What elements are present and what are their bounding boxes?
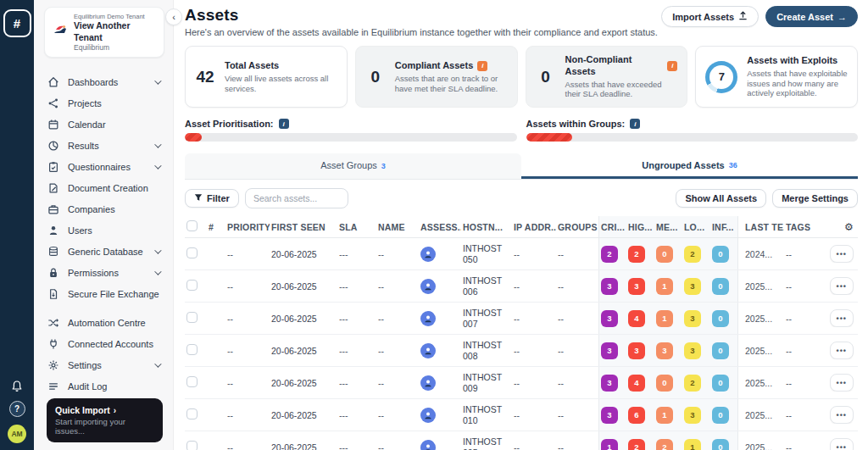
row-actions-button[interactable]: ••• (830, 245, 854, 263)
help-icon[interactable]: ? (9, 401, 25, 417)
sidebar-nav-item[interactable]: Calendar (47, 114, 173, 135)
select-all-checkbox[interactable] (186, 220, 198, 231)
hostname-cell: INTHOST 008 (461, 340, 512, 362)
tenant-name: Equilibrium Demo Tenant (74, 13, 157, 20)
column-header[interactable]: # (207, 222, 225, 232)
select-row-checkbox[interactable] (186, 280, 198, 291)
row-actions-button[interactable]: ••• (830, 309, 854, 327)
column-settings-gear-icon[interactable]: ⚙ (821, 221, 855, 233)
search-input[interactable] (245, 188, 348, 208)
sla-cell: --- (337, 378, 376, 388)
column-header[interactable]: ASSESS... (419, 222, 461, 232)
row-actions-button[interactable]: ••• (830, 277, 854, 295)
select-row-checkbox[interactable] (186, 344, 198, 355)
sidebar-nav-item[interactable]: Dashboards (47, 71, 173, 92)
sidebar-nav-label: Companies (68, 204, 115, 214)
create-asset-label: Create Asset (776, 12, 833, 22)
row-actions-button[interactable]: ••• (830, 406, 854, 424)
tenant-product: Equilibrium (74, 43, 157, 53)
stat-card[interactable]: 0 0 Non-Compliant Assetsi Assets that ha… (526, 46, 688, 108)
first-seen-cell: 20-06-2025 (270, 346, 337, 356)
sidebar-nav-item[interactable]: Connected Accounts (47, 333, 173, 354)
sidebar-nav-item[interactable]: Generic Database (47, 241, 173, 262)
import-assets-button[interactable]: Import Assets (661, 6, 759, 27)
sidebar-nav-item[interactable]: Secure File Exchange (47, 283, 173, 304)
hostname-cell: INTHOST 007 (461, 308, 512, 330)
sidebar-collapse-button[interactable]: ‹ (165, 8, 182, 25)
column-header[interactable]: TAGS (784, 222, 821, 232)
table-row[interactable]: -- 20-06-2025 --- -- INTHOST 010 -- -- 3… (185, 399, 858, 431)
app-logo[interactable]: # (3, 9, 31, 37)
sidebar-nav-item[interactable]: Settings (47, 354, 173, 375)
row-actions-button[interactable]: ••• (830, 438, 854, 450)
tags-cell: -- (784, 281, 821, 292)
arrow-right-icon: → (837, 12, 847, 22)
column-header[interactable]: SLA (337, 222, 376, 232)
stat-card[interactable]: 7 7 Assets with Exploitsi Assets that ha… (695, 46, 858, 108)
sidebar-nav-item[interactable]: Companies (47, 198, 173, 219)
column-header[interactable]: LAST TE... (738, 222, 784, 232)
column-header[interactable]: ME... (654, 216, 682, 237)
row-actions-button[interactable]: ••• (830, 374, 854, 392)
row-actions-button[interactable]: ••• (830, 342, 854, 359)
column-header[interactable]: CRI... (598, 216, 626, 237)
filter-button[interactable]: Filter (185, 189, 239, 208)
column-header[interactable]: HOSTN... (461, 222, 512, 232)
chevron-down-icon (154, 247, 161, 253)
column-header[interactable]: GROUPS (556, 222, 598, 232)
critical-count-badge: 3 (601, 375, 618, 392)
create-asset-button[interactable]: Create Asset → (765, 6, 858, 27)
column-header[interactable]: INF... (710, 216, 738, 237)
sidebar-nav-item[interactable]: Permissions (47, 262, 173, 283)
info-icon[interactable]: i (279, 119, 289, 129)
tenant-logo (52, 22, 69, 42)
table-row[interactable]: -- 20-06-2025 --- -- INTHOST 006 -- -- 3… (185, 270, 858, 303)
notifications-bell-icon[interactable] (10, 380, 24, 393)
table-row[interactable]: -- 20-06-2025 --- -- INTHOST 009 -- -- 3… (185, 367, 858, 399)
sidebar-nav-item[interactable]: Audit Log (47, 375, 173, 397)
name-cell: -- (376, 249, 419, 259)
table-row[interactable]: -- 20-06-2025 --- -- INTHOST 008 -- -- 3… (185, 335, 858, 367)
sidebar-nav-item[interactable]: Results (47, 135, 173, 156)
info-count-badge: 0 (712, 278, 729, 295)
medium-count-badge: 3 (656, 342, 673, 359)
merge-settings-button[interactable]: Merge Settings (772, 189, 858, 208)
tenant-switcher[interactable]: Equilibrium Demo Tenant View Another Ten… (44, 7, 164, 58)
sidebar-nav-item[interactable]: Questionnaires (47, 156, 173, 177)
tab[interactable]: Asset Groups 3 (185, 153, 521, 179)
sidebar-nav-item[interactable]: Users (47, 219, 173, 241)
user-avatar[interactable]: AM (8, 425, 26, 443)
table-row[interactable]: -- 20-06-2025 --- -- INTHOST 007 -- -- 3… (185, 303, 858, 335)
sidebar-nav-item[interactable]: Document Creation (47, 177, 173, 198)
show-all-assets-button[interactable]: Show All Assets (676, 189, 766, 208)
select-row-checkbox[interactable] (186, 408, 198, 419)
column-header[interactable]: HIG... (626, 216, 654, 237)
hostname-cell: INTHOST 010 (461, 404, 512, 426)
column-header[interactable]: NAME (376, 222, 419, 232)
priority-cell: -- (225, 281, 270, 292)
select-row-checkbox[interactable] (186, 441, 198, 450)
stat-description: Assets that have exceeded their SLA dead… (565, 80, 678, 100)
select-row-checkbox[interactable] (186, 247, 198, 258)
info-icon[interactable]: i (630, 119, 640, 129)
column-header[interactable]: FIRST SEEN (270, 222, 337, 232)
name-cell: -- (376, 410, 419, 420)
sidebar-nav-item[interactable]: Automation Centre (47, 312, 173, 333)
sidebar-nav-item[interactable]: Projects (47, 92, 173, 114)
table-row[interactable]: -- 20-06-2025 --- -- INTHOST 005 -- -- 1… (185, 431, 858, 450)
stat-card[interactable]: 42 42 Total Assetsi View all live assets… (185, 46, 348, 108)
quick-import-card[interactable]: Quick Import› Start importing your issue… (47, 398, 163, 442)
stat-title: Compliant Assets (395, 60, 474, 72)
select-row-checkbox[interactable] (186, 376, 198, 387)
tenant-switch-label[interactable]: View Another Tenant (74, 20, 157, 42)
info-icon: i (667, 61, 677, 71)
column-header[interactable]: LO... (682, 216, 710, 237)
progress-label: Asset Prioritisation: (185, 119, 274, 129)
tab-count-badge: 3 (381, 162, 386, 170)
select-row-checkbox[interactable] (186, 312, 198, 323)
table-row[interactable]: -- 20-06-2025 --- -- INTHOST 050 -- -- 2… (185, 238, 858, 270)
column-header[interactable]: IP ADDR... (512, 222, 556, 232)
stat-card[interactable]: 0 0 Compliant Assetsi Assets that are on… (355, 46, 518, 108)
column-header[interactable]: PRIORITY (225, 222, 270, 232)
tab[interactable]: Ungrouped Assets 36 (521, 153, 858, 179)
